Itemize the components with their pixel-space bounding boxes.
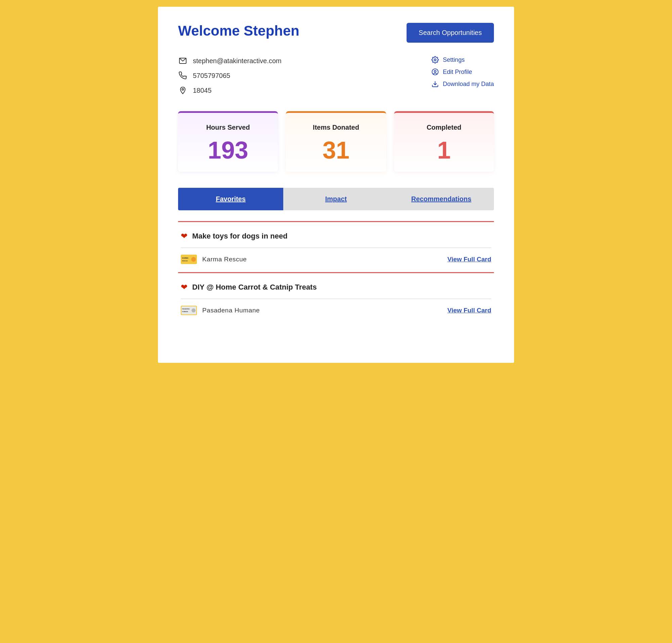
fav1-org-name: Karma Rescue [202,256,247,263]
hours-served-value: 193 [186,138,270,162]
fav2-divider [181,299,491,299]
svg-point-2 [434,59,436,61]
fav2-org-row: PASADENA HUMANE Pasadena Humane View Ful… [181,306,491,315]
stat-card-hours-served: Hours Served 193 [178,111,278,172]
favorite-item-2: ❤ DIY @ Home Carrot & Catnip Treats PASA… [178,272,494,323]
fav1-title-row: ❤ Make toys for dogs in need [181,231,491,241]
fav2-org-name: Pasadena Humane [202,307,260,314]
contact-info: stephen@atakinteractive.com 5705797065 [178,56,281,95]
tab-favorites[interactable]: Favorites [178,188,283,210]
heart-icon-2: ❤ [181,282,188,292]
search-opportunities-button[interactable]: Search Opportunities [407,23,494,43]
items-donated-label: Items Donated [294,124,378,131]
completed-label: Completed [402,124,486,131]
download-icon [431,80,439,88]
svg-point-1 [182,89,184,90]
download-data-label: Download my Data [443,81,494,88]
fav2-org-logo: PASADENA HUMANE [181,306,197,315]
fav2-org-info: PASADENA HUMANE Pasadena Humane [181,306,260,315]
completed-value: 1 [402,138,486,162]
heart-icon-1: ❤ [181,231,188,241]
settings-link[interactable]: Settings [431,56,465,63]
fav1-org-row: KARMA RESCUE Karma Rescue View Full Card [181,255,491,264]
svg-point-9 [191,257,196,262]
fav2-view-full-card[interactable]: View Full Card [447,307,491,314]
gear-icon [431,56,439,63]
profile-section: stephen@atakinteractive.com 5705797065 [178,56,494,95]
email-item: stephen@atakinteractive.com [178,56,281,65]
svg-point-13 [192,308,195,313]
fav1-title: Make toys for dogs in need [192,232,288,241]
phone-icon [178,71,188,80]
fav2-title-row: ❤ DIY @ Home Carrot & Catnip Treats [181,282,491,292]
email-icon [178,56,188,65]
settings-label: Settings [443,57,465,63]
email-value: stephen@atakinteractive.com [193,57,281,65]
stats-grid: Hours Served 193 Items Donated 31 Comple… [178,111,494,172]
page-header: Welcome Stephen Search Opportunities [178,23,494,43]
svg-text:HUMANE: HUMANE [182,311,188,313]
phone-value: 5705797065 [193,72,230,80]
svg-text:PASADENA: PASADENA [182,308,190,310]
tab-recommendations[interactable]: Recommendations [389,188,494,210]
main-container: Welcome Stephen Search Opportunities ste… [158,7,514,363]
fav1-view-full-card[interactable]: View Full Card [447,256,491,263]
stat-card-items-donated: Items Donated 31 [286,111,386,172]
location-icon [178,86,188,95]
tabs-container: Favorites Impact Recommendations [178,188,494,210]
svg-text:RESCUE: RESCUE [182,260,188,262]
svg-text:KARMA: KARMA [182,257,189,259]
edit-profile-link[interactable]: Edit Profile [431,68,472,76]
zip-item: 18045 [178,86,281,95]
user-circle-icon [431,68,439,76]
hours-served-label: Hours Served [186,124,270,131]
favorites-list: ❤ Make toys for dogs in need KARMA RESCU… [178,221,494,323]
fav1-org-logo: KARMA RESCUE [181,255,197,264]
favorite-item-1: ❤ Make toys for dogs in need KARMA RESCU… [178,221,494,272]
fav1-org-info: KARMA RESCUE Karma Rescue [181,255,247,264]
phone-item: 5705797065 [178,71,281,80]
svg-point-4 [434,70,436,72]
welcome-title: Welcome Stephen [178,23,299,39]
edit-profile-label: Edit Profile [443,69,472,76]
tab-impact[interactable]: Impact [283,188,388,210]
fav1-divider [181,247,491,248]
stat-card-completed: Completed 1 [394,111,494,172]
profile-actions: Settings Edit Profile Download my Data [431,56,494,88]
download-data-link[interactable]: Download my Data [431,80,494,88]
fav2-title: DIY @ Home Carrot & Catnip Treats [192,283,317,292]
items-donated-value: 31 [294,138,378,162]
zip-value: 18045 [193,87,212,94]
